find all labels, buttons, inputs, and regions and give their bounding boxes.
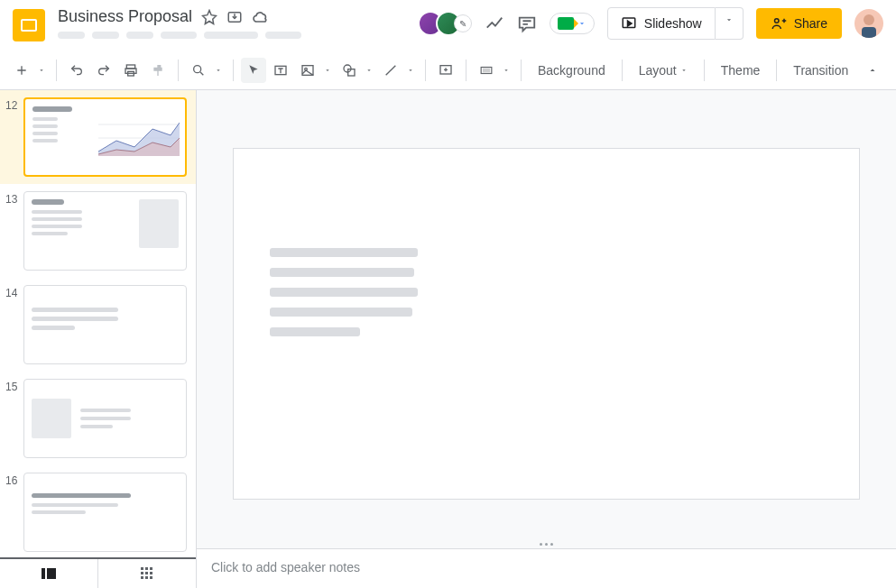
slide-number: 14 <box>5 285 23 364</box>
view-switcher <box>0 557 196 588</box>
slide-number: 13 <box>5 191 23 271</box>
svg-point-8 <box>194 65 201 72</box>
svg-rect-16 <box>484 69 490 72</box>
line-tool[interactable] <box>378 58 403 83</box>
svg-point-3 <box>864 14 874 25</box>
slide-number: 12 <box>5 97 23 177</box>
slide-number: 16 <box>5 473 23 552</box>
thumbnail-panel: 12 <box>0 90 196 557</box>
svg-rect-4 <box>862 27 876 38</box>
account-avatar[interactable] <box>854 9 883 38</box>
title-area: Business Proposal <box>58 7 418 39</box>
svg-rect-13 <box>348 69 355 75</box>
layout-button[interactable]: Layout <box>630 63 697 78</box>
avatar-more[interactable]: ✎ <box>454 14 472 32</box>
slide-thumbnail[interactable]: 16 <box>0 465 196 557</box>
shape-dropdown[interactable] <box>362 58 376 83</box>
transition-button[interactable]: Transition <box>784 63 857 78</box>
menu-bar[interactable] <box>58 32 418 39</box>
undo-button[interactable] <box>64 58 89 83</box>
sidebar: 12 <box>0 90 197 588</box>
zoom-dropdown[interactable] <box>211 58 226 83</box>
notes-placeholder: Click to add speaker notes <box>211 560 360 574</box>
select-tool[interactable] <box>241 58 266 83</box>
svg-rect-29 <box>145 576 148 579</box>
slide-thumbnail[interactable]: 13 <box>0 184 196 278</box>
slideshow-button[interactable]: Slideshow <box>607 7 716 40</box>
slides-logo[interactable] <box>13 9 45 41</box>
slide-canvas[interactable] <box>233 148 860 500</box>
image-dropdown[interactable] <box>320 58 335 83</box>
theme-button[interactable]: Theme <box>712 63 770 78</box>
header: Business Proposal ✎ <box>0 0 896 51</box>
svg-rect-22 <box>141 567 143 570</box>
move-icon[interactable] <box>226 9 243 25</box>
slide-thumbnail[interactable]: 12 <box>0 90 196 184</box>
svg-rect-21 <box>47 568 56 579</box>
arrange-tool[interactable] <box>474 58 499 83</box>
background-button[interactable]: Background <box>529 63 614 78</box>
version-history-icon[interactable] <box>485 14 504 33</box>
slide-thumbnail[interactable]: 15 <box>0 372 196 465</box>
print-button[interactable] <box>118 58 143 83</box>
slideshow-label: Slideshow <box>644 16 702 31</box>
svg-rect-25 <box>141 572 143 574</box>
canvas-area: Click to add speaker notes <box>197 90 896 588</box>
share-button[interactable]: Share <box>756 8 842 39</box>
toolbar: Background Layout Theme Transition <box>0 51 896 90</box>
content-area: 12 <box>0 90 896 588</box>
new-slide-dropdown[interactable] <box>34 58 49 83</box>
redo-button[interactable] <box>91 58 116 83</box>
svg-point-2 <box>774 19 779 23</box>
collaborator-avatars[interactable]: ✎ <box>418 11 472 36</box>
speaker-notes[interactable]: Click to add speaker notes <box>197 548 896 588</box>
slideshow-dropdown[interactable] <box>716 7 744 40</box>
comment-tool[interactable] <box>433 58 458 83</box>
svg-rect-20 <box>42 568 45 579</box>
svg-rect-24 <box>150 567 152 570</box>
svg-rect-28 <box>141 576 143 579</box>
cloud-status-icon[interactable] <box>252 8 270 26</box>
meet-button[interactable] <box>550 13 595 34</box>
share-label: Share <box>794 16 827 31</box>
notes-resize-handle[interactable] <box>197 539 896 548</box>
grid-view-button[interactable] <box>98 559 196 588</box>
star-icon[interactable] <box>201 9 217 25</box>
paint-format-button[interactable] <box>145 58 171 83</box>
svg-rect-27 <box>150 572 152 574</box>
svg-rect-30 <box>150 576 152 579</box>
zoom-button[interactable] <box>186 58 211 83</box>
collapse-toolbar-icon[interactable] <box>867 65 887 76</box>
filmstrip-view-button[interactable] <box>0 559 97 588</box>
comments-icon[interactable] <box>517 14 537 33</box>
chart-icon <box>98 115 180 166</box>
arrange-dropdown[interactable] <box>499 58 513 83</box>
line-dropdown[interactable] <box>403 58 418 83</box>
image-tool[interactable] <box>295 58 320 83</box>
new-slide-button[interactable] <box>9 58 34 83</box>
slide-thumbnail[interactable]: 14 <box>0 278 196 372</box>
document-title[interactable]: Business Proposal <box>58 7 192 26</box>
meet-icon <box>558 17 574 30</box>
slide-number: 15 <box>5 379 23 458</box>
textbox-tool[interactable] <box>268 58 293 83</box>
svg-rect-26 <box>145 572 148 574</box>
shape-tool[interactable] <box>337 58 362 83</box>
svg-rect-23 <box>145 567 148 570</box>
